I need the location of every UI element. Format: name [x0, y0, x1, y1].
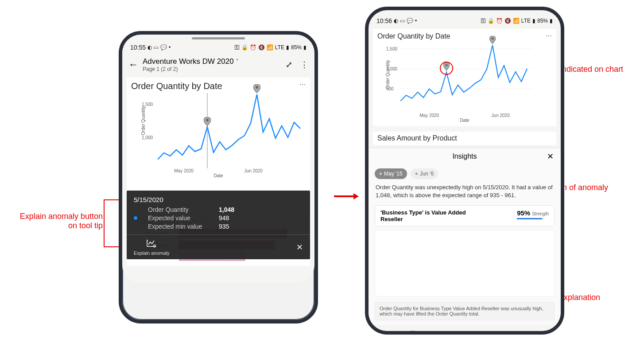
explain-anomaly-button[interactable]: Explain anomaly [134, 238, 170, 256]
back-icon[interactable]: ← [128, 59, 138, 70]
lte-icon: LTE [275, 44, 284, 51]
page-title-block[interactable]: Adventure Works DW 2020 ˅ Page 1 (2 of 2… [143, 57, 281, 72]
chips-row: ⌖ May '15 ⌖ Jun '6 [369, 165, 561, 183]
anomaly-marker-icon[interactable] [253, 84, 260, 95]
status-icon: ◐ [394, 18, 398, 24]
x-tick: May 2020 [174, 168, 194, 173]
explain-anomaly-icon [146, 238, 157, 249]
vpn-icon: ⚿ [481, 18, 486, 24]
phone-right: 10:56 ◐ ▭ 💬 • ⚿ 🔒 ⏰ 🔇 📶 LTE ▮ 85% ▮ Orde… [365, 7, 564, 335]
tooltip-value: 948 [219, 214, 229, 222]
lte-icon: LTE [521, 18, 531, 24]
line-chart [158, 93, 308, 168]
status-icon: • [415, 18, 417, 24]
y-tick: 1,000 [142, 135, 153, 140]
status-time: 10:55 [130, 44, 146, 51]
pin-icon: ⌖ [379, 171, 382, 177]
annotation-explain-button: Explain anomaly button on tool tip [6, 212, 103, 230]
svg-point-2 [256, 86, 258, 89]
mute-icon: 🔇 [504, 18, 511, 24]
page-subtitle: Page 1 (2 of 2) [143, 66, 281, 72]
wifi-icon: 📶 [267, 44, 273, 51]
chart-card-order-quantity[interactable]: Order Quantity by Date ⋯ Order Quantity … [373, 29, 556, 126]
y-tick: 1,000 [386, 66, 397, 71]
svg-point-9 [492, 38, 494, 40]
insights-title: Insights [452, 152, 477, 160]
expand-icon[interactable]: ⤢ [286, 60, 292, 70]
chart-title: Order Quantity by Date [377, 32, 552, 40]
anomaly-description: Order Quantity was unexpectedly high on … [369, 183, 561, 203]
lock-icon: 🔒 [488, 18, 494, 24]
status-icon: 💬 [407, 18, 413, 24]
tooltip-label: Expected min value [148, 223, 219, 230]
x-tick: May 2020 [419, 113, 439, 118]
chart-card-sales-amount[interactable]: Sales Amount by Product [373, 132, 556, 145]
status-bar: 10:56 ◐ ▭ 💬 • ⚿ 🔒 ⏰ 🔇 📶 LTE ▮ 85% ▮ [369, 13, 561, 26]
factor-card[interactable]: 'Business Type' is Value Added Reseller … [375, 205, 555, 226]
y-tick: 500 [386, 86, 394, 91]
signal-icon: ▮ [532, 18, 535, 24]
x-tick: Jun 2020 [492, 113, 510, 118]
chart-title: Sales Amount by Product [377, 134, 552, 142]
status-battery: 85% [537, 18, 548, 24]
x-axis-label: Date [131, 173, 306, 178]
tooltip-label: Expected value [148, 214, 219, 222]
android-nav-bar: ||| ◻ < [369, 325, 561, 331]
y-axis-label: Order Quantity [385, 60, 390, 89]
anomaly-marker-icon[interactable] [489, 36, 496, 46]
y-tick: 1,500 [142, 102, 153, 107]
status-icon: ▭ [154, 44, 159, 51]
insights-header: Insights ✕ [369, 148, 561, 165]
alarm-icon: ⏰ [250, 44, 256, 51]
chip-may15[interactable]: ⌖ May '15 [375, 168, 407, 179]
strength-bar [517, 218, 543, 219]
x-ticks-row: May 2020 Jun 2020 [149, 168, 288, 173]
lock-icon: 🔒 [241, 44, 248, 51]
alarm-icon: ⏰ [496, 18, 503, 24]
chevron-down-icon[interactable]: ˅ [236, 58, 239, 65]
insight-footnote: Order Quantity for Business Type Value A… [375, 302, 555, 320]
phone-left: 10:55 ◐ ▭ 💬 • ⚿ 🔒 ⏰ 🔇 📶 LTE ▮ 85% ▮ ← A [119, 31, 318, 324]
svg-point-8 [446, 64, 448, 66]
anomaly-marker-icon[interactable] [204, 117, 211, 128]
factor-title: 'Business Type' is Value Added Reseller [380, 209, 469, 222]
chip-jun6[interactable]: ⌖ Jun '6 [411, 168, 438, 179]
pin-icon: ⌖ [415, 171, 418, 177]
more-icon[interactable]: ⋮ [300, 60, 308, 70]
chip-label: Jun '6 [420, 171, 434, 177]
nav-recents-icon[interactable]: ||| [410, 330, 415, 331]
svg-point-1 [206, 119, 209, 121]
anomaly-marker-icon[interactable] [443, 62, 450, 72]
wifi-icon: 📶 [513, 18, 520, 24]
factor-detail-placeholder [375, 230, 555, 296]
tooltip-value: 1,048 [219, 206, 234, 213]
x-ticks-row: May 2020 Jun 2020 [393, 113, 536, 118]
status-bar: 10:55 ◐ ▭ 💬 • ⚿ 🔒 ⏰ 🔇 📶 LTE ▮ 85% ▮ [122, 39, 314, 53]
mute-icon: 🔇 [258, 44, 265, 51]
y-tick: 1,500 [386, 47, 397, 51]
close-icon[interactable]: ✕ [296, 242, 303, 252]
more-icon[interactable]: ⋯ [546, 32, 552, 39]
battery-icon: ▮ [303, 44, 306, 51]
status-battery: 85% [291, 44, 302, 51]
y-axis-label: Order Quantity [141, 106, 146, 135]
vpn-icon: ⚿ [234, 44, 240, 51]
nav-back-icon[interactable]: < [515, 330, 519, 331]
nav-home-icon[interactable]: ◻ [462, 329, 468, 331]
app-header: ← Adventure Works DW 2020 ˅ Page 1 (2 of… [122, 53, 314, 75]
more-icon[interactable]: ⋯ [299, 81, 306, 88]
explain-anomaly-label: Explain anomaly [134, 250, 170, 256]
line-chart [400, 44, 533, 111]
chart-tooltip: 5/15/2020 Order Quantity1,048 Expected v… [127, 191, 310, 259]
tooltip-label: Order Quantity [148, 206, 219, 213]
page-title: Adventure Works DW 2020 [143, 57, 234, 66]
series-dot-icon [134, 216, 137, 220]
chip-label: May '15 [384, 171, 403, 177]
close-icon[interactable]: ✕ [547, 152, 554, 161]
status-icon: • [169, 44, 171, 51]
factor-strength-label: Strength [532, 211, 549, 216]
factor-percent: 95% [517, 209, 530, 217]
status-time: 10:56 [376, 17, 392, 24]
status-icon: ◐ [147, 44, 152, 51]
tooltip-value: 935 [219, 223, 229, 230]
